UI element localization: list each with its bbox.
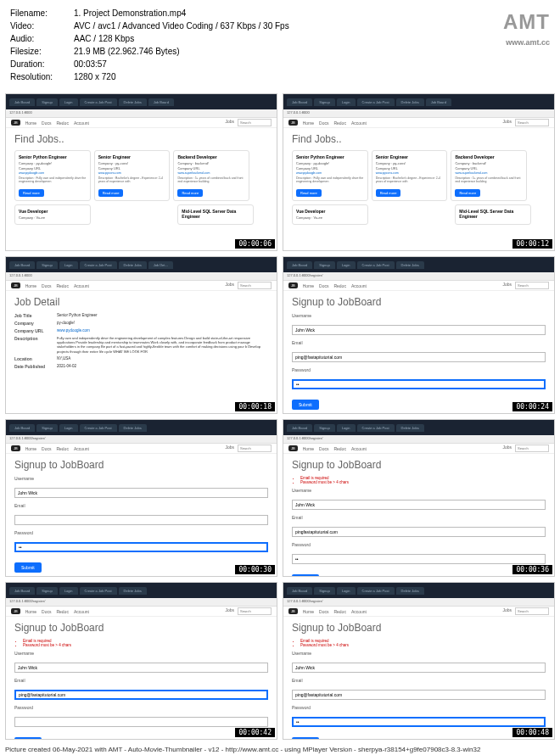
nav-jobs[interactable]: Jobs bbox=[225, 119, 234, 126]
tab[interactable]: Create a Job Post bbox=[80, 587, 117, 595]
nav-docs[interactable]: Docs bbox=[42, 283, 51, 288]
nav-home[interactable]: Home bbox=[25, 283, 36, 288]
read-more-button[interactable]: Read more bbox=[376, 189, 401, 197]
job-url[interactable]: www.pydoogle.com bbox=[19, 171, 87, 175]
tab[interactable]: Job Board bbox=[287, 424, 312, 432]
username-field[interactable] bbox=[292, 500, 546, 510]
nav-redoc[interactable]: Redoc bbox=[333, 609, 345, 614]
tab[interactable]: Delete Jobs bbox=[119, 587, 147, 595]
tab[interactable]: Create a Job Post bbox=[80, 261, 117, 269]
address-bar[interactable]: 127.0.0.1:8000/register/ bbox=[283, 272, 554, 281]
nav-home[interactable]: Home bbox=[25, 446, 36, 451]
nav-home[interactable]: Home bbox=[303, 283, 314, 288]
site-logo[interactable]: JB bbox=[288, 445, 298, 451]
address-bar[interactable]: 127.0.0.1:8000 bbox=[6, 272, 277, 281]
nav-redoc[interactable]: Redoc bbox=[333, 120, 345, 126]
nav-account[interactable]: Account bbox=[74, 609, 89, 614]
search-input[interactable] bbox=[238, 607, 272, 615]
site-logo[interactable]: JB bbox=[288, 120, 298, 126]
email-field[interactable] bbox=[14, 515, 268, 525]
site-logo[interactable]: JB bbox=[288, 282, 298, 288]
password-field[interactable] bbox=[292, 379, 546, 389]
read-more-button[interactable]: Read more bbox=[19, 189, 44, 197]
nav-redoc[interactable]: Redoc bbox=[56, 446, 68, 451]
tab[interactable]: Signup bbox=[314, 98, 334, 106]
nav-account[interactable]: Account bbox=[74, 120, 89, 126]
tab[interactable]: Create a Job Post bbox=[80, 424, 117, 432]
username-field[interactable] bbox=[292, 663, 546, 673]
nav-jobs[interactable]: Jobs bbox=[502, 119, 512, 126]
submit-button[interactable]: Submit bbox=[14, 562, 42, 573]
email-field[interactable] bbox=[292, 690, 546, 700]
nav-docs[interactable]: Docs bbox=[319, 446, 328, 451]
address-bar[interactable]: 127.0.0.1:8000 bbox=[283, 109, 554, 118]
nav-home[interactable]: Home bbox=[303, 120, 314, 126]
site-logo[interactable]: JB bbox=[11, 282, 20, 288]
email-field[interactable] bbox=[292, 527, 546, 537]
search-input[interactable] bbox=[238, 282, 272, 289]
tab[interactable]: Job Board bbox=[287, 98, 312, 106]
site-logo[interactable]: JB bbox=[11, 120, 20, 126]
tab[interactable]: Login bbox=[59, 98, 78, 106]
tab[interactable]: Login bbox=[337, 424, 356, 432]
nav-account[interactable]: Account bbox=[351, 609, 367, 614]
nav-jobs[interactable]: Jobs bbox=[502, 445, 512, 452]
nav-home[interactable]: Home bbox=[303, 609, 314, 614]
address-bar[interactable]: 127.0.0.1:8000/register/ bbox=[6, 598, 277, 607]
tab[interactable]: Delete Jobs bbox=[396, 587, 424, 595]
submit-button[interactable]: Submit bbox=[292, 737, 319, 739]
tab[interactable]: Delete Jobs bbox=[396, 261, 424, 269]
tab[interactable]: Job Board bbox=[287, 261, 312, 269]
tab[interactable]: Login bbox=[59, 424, 78, 432]
tab[interactable]: Job Det... bbox=[148, 261, 173, 269]
nav-jobs[interactable]: Jobs bbox=[225, 607, 234, 615]
tab[interactable]: Job Board bbox=[148, 98, 174, 106]
tab[interactable]: Job Board bbox=[9, 261, 35, 269]
tab[interactable]: Signup bbox=[314, 261, 334, 269]
tab[interactable]: Create a Job Post bbox=[357, 587, 395, 595]
nav-docs[interactable]: Docs bbox=[319, 283, 328, 288]
job-url[interactable]: www.pydoogle.com bbox=[296, 171, 364, 175]
detail-value[interactable]: www.pydoogle.com bbox=[57, 328, 268, 333]
tab[interactable]: Signup bbox=[36, 261, 57, 269]
site-logo[interactable]: JB bbox=[288, 608, 298, 614]
nav-redoc[interactable]: Redoc bbox=[56, 283, 68, 288]
tab[interactable]: Create a Job Post bbox=[357, 424, 395, 432]
password-field[interactable] bbox=[14, 542, 268, 552]
read-more-button[interactable]: Read more bbox=[98, 189, 124, 197]
nav-docs[interactable]: Docs bbox=[319, 609, 328, 614]
address-bar[interactable]: 127.0.0.1:8000 bbox=[6, 109, 277, 118]
search-input[interactable] bbox=[515, 119, 549, 126]
tab[interactable]: Delete Jobs bbox=[119, 98, 147, 106]
email-field[interactable] bbox=[292, 352, 546, 362]
site-logo[interactable]: JB bbox=[11, 445, 20, 451]
nav-jobs[interactable]: Jobs bbox=[502, 607, 512, 615]
submit-button[interactable]: Submit bbox=[292, 400, 319, 410]
password-field[interactable] bbox=[292, 717, 546, 727]
search-input[interactable] bbox=[515, 445, 549, 452]
tab[interactable]: Signup bbox=[314, 587, 334, 595]
search-input[interactable] bbox=[515, 282, 549, 289]
tab[interactable]: Login bbox=[59, 261, 78, 269]
job-url[interactable]: www.superbackend.com bbox=[455, 171, 523, 175]
submit-button[interactable]: Submit bbox=[292, 574, 319, 576]
password-field[interactable] bbox=[292, 554, 546, 564]
tab[interactable]: Login bbox=[59, 587, 78, 595]
nav-jobs[interactable]: Jobs bbox=[502, 282, 512, 289]
username-field[interactable] bbox=[292, 325, 546, 335]
nav-docs[interactable]: Docs bbox=[319, 120, 328, 126]
tab[interactable]: Job Board bbox=[426, 98, 451, 106]
tab[interactable]: Job Board bbox=[9, 98, 35, 106]
nav-home[interactable]: Home bbox=[303, 446, 314, 451]
site-logo[interactable]: JB bbox=[11, 608, 20, 614]
read-more-button[interactable]: Read more bbox=[177, 189, 203, 197]
search-input[interactable] bbox=[515, 607, 549, 615]
nav-account[interactable]: Account bbox=[74, 283, 89, 288]
username-field[interactable] bbox=[14, 663, 268, 673]
search-input[interactable] bbox=[238, 119, 272, 126]
nav-jobs[interactable]: Jobs bbox=[225, 282, 234, 289]
nav-account[interactable]: Account bbox=[351, 283, 367, 288]
email-field[interactable] bbox=[14, 690, 268, 700]
tab[interactable]: Delete Jobs bbox=[119, 424, 147, 432]
job-url[interactable]: www.pycons.com bbox=[376, 171, 444, 175]
